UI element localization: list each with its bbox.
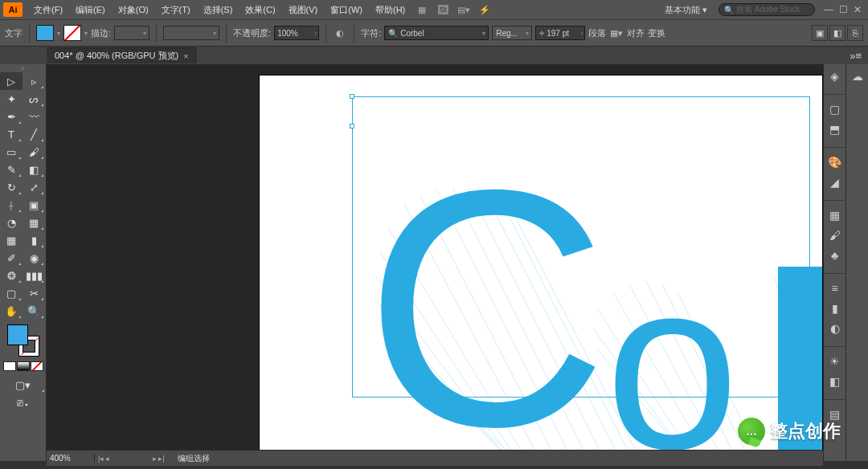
artboard-tool[interactable]: ▢ (0, 284, 23, 302)
curvature-tool[interactable]: 〰 (23, 108, 45, 125)
mask-icon[interactable]: ◧ (829, 25, 845, 41)
current-tool-label: 编组选择 (168, 453, 219, 464)
document-area[interactable]: C o (47, 64, 823, 450)
line-tool[interactable]: ╱ (23, 125, 45, 143)
arrange-icon[interactable]: ▤▾ (455, 2, 473, 17)
gradient-mode[interactable] (17, 361, 30, 371)
eyedropper-tool[interactable]: ✐ (0, 249, 23, 267)
selection-handle[interactable] (350, 124, 354, 128)
type-tool[interactable]: T (0, 125, 23, 143)
paintbrush-tool[interactable]: 🖌 (23, 143, 45, 161)
brushes-panel-icon[interactable]: 🖌 (825, 226, 845, 245)
menu-window[interactable]: 窗口(W) (324, 4, 369, 16)
opacity-label: 不透明度: (233, 27, 271, 39)
perspective-tool[interactable]: ▦ (23, 214, 45, 231)
color-guide-icon[interactable]: ◢ (825, 173, 845, 192)
document-tab[interactable]: 004* @ 400% (RGB/GPU 预览) × (47, 47, 197, 63)
artboards-panel-icon[interactable]: ▢ (825, 100, 845, 119)
menu-object[interactable]: 对象(O) (112, 4, 155, 16)
blend-tool[interactable]: ◉ (23, 249, 45, 267)
recolor-icon[interactable]: ◐ (333, 26, 347, 40)
artboard[interactable]: C o (260, 75, 822, 450)
watermark: … 整点创作 (738, 418, 841, 445)
menu-help[interactable]: 帮助(H) (369, 4, 411, 16)
selection-bounds (352, 96, 810, 398)
eraser-tool[interactable]: ◧ (23, 161, 45, 178)
fill-swatch[interactable] (36, 25, 54, 41)
align-menu-icon[interactable]: ▦▾ (609, 26, 624, 40)
menu-edit[interactable]: 编辑(E) (69, 4, 112, 16)
none-mode[interactable] (31, 361, 43, 371)
stroke-weight[interactable] (114, 26, 149, 40)
layers-panel-icon[interactable]: ◈ (825, 67, 845, 86)
fill-color[interactable] (7, 324, 28, 345)
graph-tool[interactable]: ▮▮▮ (23, 267, 45, 284)
mesh-tool[interactable]: ▦ (0, 231, 23, 249)
direct-selection-tool[interactable]: ▹ (23, 72, 45, 90)
panel-dock-right: ☁ (845, 64, 868, 461)
scale-tool[interactable]: ⤢ (23, 178, 45, 196)
selection-tool[interactable]: ▷ (0, 72, 23, 90)
width-tool[interactable]: ⟊ (0, 196, 23, 214)
pen-tool[interactable]: ✒ (0, 108, 23, 125)
gradient-panel-icon[interactable]: ▮ (825, 299, 845, 318)
free-transform-tool[interactable]: ▣ (23, 196, 45, 214)
slice-tool[interactable]: ✂ (23, 284, 45, 302)
zoom-level[interactable]: 400% (47, 454, 95, 463)
stroke-swatch[interactable] (63, 25, 81, 41)
asset-export-icon[interactable]: ⬒ (825, 120, 845, 139)
artboard-nav[interactable]: |◂◂▸▸| (95, 455, 168, 463)
stock-search[interactable]: 🔍搜索 Adobe Stock (719, 3, 815, 16)
tab-handle[interactable]: « (0, 64, 46, 72)
shape-builder-tool[interactable]: ◔ (0, 214, 23, 231)
brush-select[interactable] (163, 26, 219, 40)
status-bar: 400% |◂◂▸▸| 编组选择 (47, 450, 823, 466)
cc-libraries-icon[interactable]: ☁ (847, 67, 868, 86)
transparency-panel-icon[interactable]: ◐ (825, 319, 845, 338)
rectangle-tool[interactable]: ▭ (0, 143, 23, 161)
gradient-tool[interactable]: ▮ (23, 231, 45, 249)
menu-select[interactable]: 选择(S) (197, 4, 240, 16)
window-minimize[interactable]: — (821, 4, 836, 15)
menu-view[interactable]: 视图(V) (282, 4, 325, 16)
magic-wand-tool[interactable]: ✦ (0, 90, 23, 108)
color-panel-icon[interactable]: 🎨 (825, 153, 845, 172)
stock-icon[interactable]: St (434, 2, 452, 17)
paragraph-label[interactable]: 段落 (588, 27, 606, 39)
rotate-tool[interactable]: ↻ (0, 178, 23, 196)
drawing-mode[interactable]: ▢▾ (0, 376, 46, 394)
selection-handle[interactable] (350, 94, 354, 99)
gpu-icon[interactable]: ⚡ (476, 2, 493, 17)
isolate-icon[interactable]: ▣ (812, 25, 828, 41)
align-label[interactable]: 对齐 (627, 27, 645, 39)
swatches-panel-icon[interactable]: ▦ (825, 206, 845, 225)
tab-options[interactable]: »≡ (843, 50, 868, 62)
menu-effect[interactable]: 效果(C) (239, 4, 281, 16)
appearance-panel-icon[interactable]: ☀ (825, 352, 845, 371)
window-close[interactable]: ✕ (850, 4, 865, 15)
symbols-panel-icon[interactable]: ♣ (825, 246, 845, 265)
menu-file[interactable]: 文件(F) (27, 4, 69, 16)
stroke-panel-icon[interactable]: ≡ (825, 279, 845, 298)
close-tab-icon[interactable]: × (183, 51, 188, 61)
screen-mode[interactable]: ⎚▾ (0, 394, 46, 411)
transform-label[interactable]: 变换 (648, 27, 665, 39)
wechat-icon: … (738, 418, 765, 445)
edit-icon[interactable]: ⎘ (847, 25, 863, 41)
color-mode[interactable] (3, 361, 16, 371)
zoom-tool[interactable]: 🔍 (23, 302, 45, 320)
menu-type[interactable]: 文字(T) (155, 4, 197, 16)
font-style[interactable]: Reg... (492, 26, 532, 40)
font-size[interactable]: ✧197 pt (535, 26, 585, 40)
graphic-styles-icon[interactable]: ◧ (825, 372, 845, 391)
window-maximize[interactable]: ☐ (836, 4, 850, 15)
font-family[interactable]: 🔍Corbel (384, 26, 489, 40)
lasso-tool[interactable]: ᔕ (23, 90, 45, 108)
bridge-icon[interactable]: ▦ (413, 2, 431, 17)
shaper-tool[interactable]: ✎ (0, 161, 23, 178)
opacity-value[interactable]: 100% (274, 26, 319, 40)
hand-tool[interactable]: ✋ (0, 302, 23, 320)
fill-stroke[interactable] (7, 324, 39, 357)
symbol-sprayer-tool[interactable]: ❂ (0, 267, 23, 284)
workspace-switcher[interactable]: 基本功能 ▾ (660, 4, 712, 16)
